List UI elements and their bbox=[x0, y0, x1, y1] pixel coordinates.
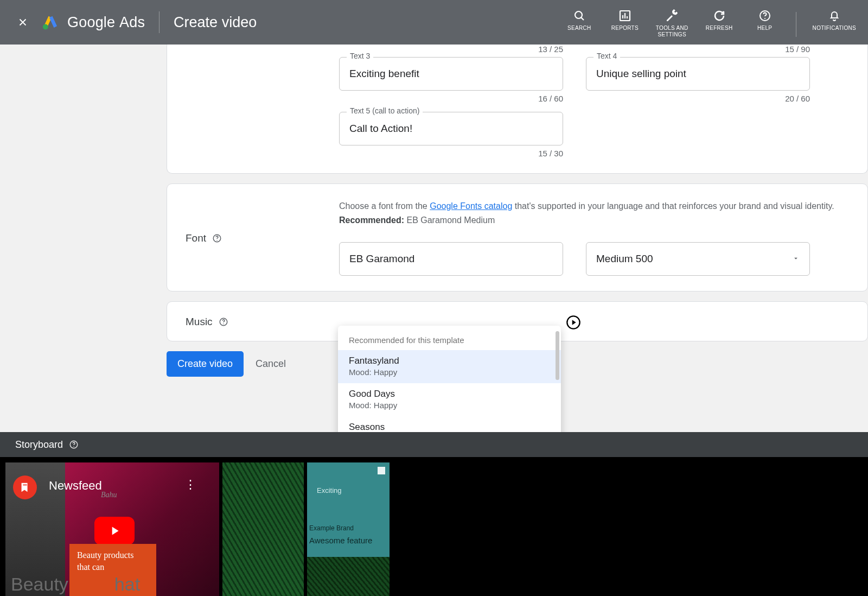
svg-point-6 bbox=[216, 240, 218, 241]
nav-help[interactable]: HELP bbox=[750, 9, 780, 31]
font-section-title: Font bbox=[186, 232, 206, 244]
close-icon bbox=[17, 16, 29, 28]
music-play-button[interactable] bbox=[566, 315, 581, 330]
fern-image-2 bbox=[307, 557, 390, 596]
play-icon bbox=[107, 524, 122, 538]
more-icon[interactable]: ⋮ bbox=[184, 478, 196, 492]
help-icon bbox=[758, 9, 771, 22]
help-icon bbox=[219, 317, 228, 327]
thumb2-exciting: Exciting bbox=[317, 486, 342, 494]
small-square-icon bbox=[378, 467, 385, 474]
header-nav-divider bbox=[796, 12, 796, 37]
text-section-card: 13 / 25 15 / 90 Text 3 16 / 60 Text 4 20… bbox=[167, 45, 868, 174]
newsfeed-label: Newsfeed bbox=[49, 479, 102, 493]
create-video-button[interactable]: Create video bbox=[167, 351, 244, 377]
chevron-down-icon bbox=[792, 253, 800, 265]
music-option[interactable]: Good Days Mood: Happy bbox=[338, 383, 561, 416]
youtube-play-button[interactable] bbox=[94, 517, 135, 545]
thumb2-feature: Awesome feature bbox=[309, 536, 390, 545]
search-icon bbox=[573, 9, 586, 22]
storyboard-thumb-2[interactable]: Exciting Example Brand Awesome feature bbox=[307, 462, 390, 596]
nav-search[interactable]: SEARCH bbox=[565, 9, 594, 31]
text3-counter: 16 / 60 bbox=[339, 94, 563, 103]
app-header: Google Ads Create video SEARCH REPORTS T… bbox=[0, 0, 868, 45]
refresh-icon bbox=[713, 9, 726, 22]
storyboard-thumb-1[interactable] bbox=[222, 462, 304, 596]
brand-name: Google Ads bbox=[67, 14, 145, 31]
text3-input[interactable] bbox=[339, 57, 563, 91]
text5-counter: 15 / 30 bbox=[339, 149, 563, 158]
nav-reports[interactable]: REPORTS bbox=[610, 9, 640, 31]
svg-point-11 bbox=[73, 446, 74, 447]
storyboard-body: Newsfeed ⋮ Bahu Beauty products that can… bbox=[0, 457, 868, 596]
fern-image bbox=[222, 462, 304, 596]
header-nav: SEARCH REPORTS TOOLS AND SETTINGS REFRES… bbox=[565, 7, 856, 38]
header-divider bbox=[159, 11, 159, 33]
text4-label: Text 4 bbox=[593, 52, 620, 60]
music-option[interactable]: Fantasyland Mood: Happy bbox=[338, 350, 561, 383]
storyboard-help-button[interactable] bbox=[68, 439, 79, 450]
font-family-field bbox=[339, 242, 563, 276]
wrench-icon bbox=[666, 9, 679, 22]
text3-label: Text 3 bbox=[347, 52, 373, 60]
storyboard-title: Storyboard bbox=[15, 439, 63, 451]
close-button[interactable] bbox=[12, 11, 34, 33]
music-section-title: Music bbox=[186, 316, 213, 328]
music-dropdown-header: Recommended for this template bbox=[338, 326, 561, 350]
svg-point-0 bbox=[43, 24, 48, 30]
svg-point-4 bbox=[764, 18, 765, 19]
storyboard-panel: Storyboard Newsfeed ⋮ Bahu Beauty produc… bbox=[0, 432, 868, 596]
font-help-button[interactable] bbox=[212, 233, 222, 244]
font-section-card: Font Choose a font from the Google Fonts… bbox=[167, 183, 868, 291]
logo-wrap: Google Ads bbox=[41, 13, 145, 31]
text4-counter: 20 / 60 bbox=[586, 94, 810, 103]
nav-notifications[interactable]: NOTIFICATIONS bbox=[813, 9, 856, 31]
help-icon bbox=[212, 233, 222, 243]
font-family-input[interactable] bbox=[339, 242, 563, 276]
font-description: Choose a font from the Google Fonts cata… bbox=[339, 199, 849, 227]
text4-field: Text 4 20 / 60 bbox=[586, 57, 810, 103]
nav-refresh[interactable]: REFRESH bbox=[705, 9, 734, 31]
bell-icon bbox=[828, 9, 841, 22]
storyboard-header: Storyboard bbox=[0, 432, 868, 457]
font-weight-select[interactable]: Medium 500 bbox=[586, 242, 810, 276]
page-title: Create video bbox=[174, 14, 257, 31]
bahu-label: Bahu bbox=[101, 491, 117, 499]
youtube-badge-icon bbox=[13, 475, 37, 499]
nav-tools-settings[interactable]: TOOLS AND SETTINGS bbox=[656, 9, 688, 38]
thumb2-brand: Example Brand bbox=[309, 524, 354, 532]
text5-input[interactable] bbox=[339, 112, 563, 145]
text3-field: Text 3 16 / 60 bbox=[339, 57, 563, 103]
font-weight-field: Medium 500 bbox=[586, 242, 810, 276]
thumb0-title: Beauty hat bbox=[11, 574, 140, 595]
font-weight-value: Medium 500 bbox=[596, 253, 653, 265]
svg-point-8 bbox=[223, 324, 224, 325]
google-ads-logo-icon bbox=[41, 13, 60, 31]
storyboard-thumb-0[interactable]: Newsfeed ⋮ Bahu Beauty products that can… bbox=[5, 462, 219, 596]
music-help-button[interactable] bbox=[218, 316, 229, 327]
scrollbar[interactable] bbox=[556, 331, 559, 380]
text5-label: Text 5 (call to action) bbox=[347, 106, 423, 115]
text4-input[interactable] bbox=[586, 57, 810, 91]
reports-icon bbox=[618, 9, 631, 22]
text5-field: Text 5 (call to action) 15 / 30 bbox=[339, 112, 563, 158]
cancel-button[interactable]: Cancel bbox=[256, 358, 286, 370]
play-circle-icon bbox=[566, 315, 581, 330]
help-icon bbox=[69, 440, 79, 449]
google-fonts-link[interactable]: Google Fonts catalog bbox=[430, 201, 512, 211]
